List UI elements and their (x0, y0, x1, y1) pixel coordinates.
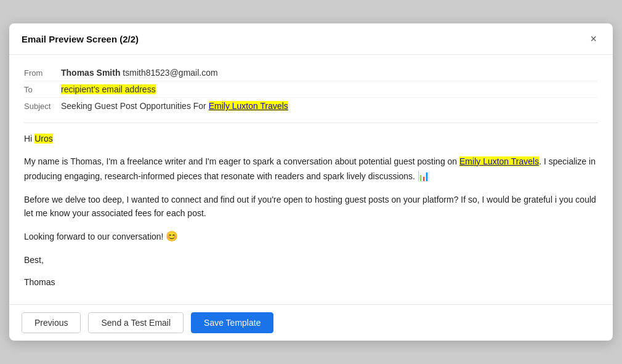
from-value: Thomas Smith tsmith81523@gmail.com (61, 68, 598, 78)
to-row: To recipient's email address (24, 81, 598, 98)
body-paragraph-3: Looking forward to our conversation! 😊 (24, 229, 598, 245)
body-p3-text: Looking forward to our conversation! (24, 232, 163, 241)
divider (24, 123, 598, 123)
from-label: From (24, 68, 61, 78)
send-test-email-button[interactable]: Send a Test Email (88, 312, 184, 333)
subject-prefix: Seeking Guest Post Opportunities For (61, 101, 209, 111)
to-label: To (24, 85, 61, 94)
subject-label: Subject (24, 102, 61, 111)
modal-body: From Thomas Smith tsmith81523@gmail.com … (9, 55, 613, 304)
sign-off: Best, (24, 253, 598, 267)
body-p1-prefix: My name is Thomas, I'm a freelance write… (24, 156, 459, 166)
to-highlighted: recipient's email address (61, 84, 156, 94)
previous-button[interactable]: Previous (22, 312, 81, 333)
signature-block: Best, Thomas (24, 253, 598, 289)
salutation-name: Uros (34, 134, 53, 144)
save-template-button[interactable]: Save Template (191, 312, 273, 333)
from-name: Thomas Smith (61, 68, 120, 78)
from-row: From Thomas Smith tsmith81523@gmail.com (24, 65, 598, 81)
close-button[interactable]: × (586, 32, 600, 46)
salutation-line: Hi Uros (24, 132, 598, 145)
signature-name: Thomas (24, 275, 598, 289)
to-value: recipient's email address (61, 84, 598, 94)
modal-dialog: Email Preview Screen (2/2) × From Thomas… (9, 23, 613, 341)
body-p1-emoji: 📊 (418, 171, 430, 181)
body-paragraph-1: My name is Thomas, I'm a freelance write… (24, 155, 598, 184)
from-email-text: tsmith81523@gmail.com (123, 68, 217, 78)
modal-overlay: Email Preview Screen (2/2) × From Thomas… (0, 0, 622, 364)
subject-row: Subject Seeking Guest Post Opportunities… (24, 98, 598, 114)
modal-title: Email Preview Screen (2/2) (22, 34, 139, 44)
subject-highlighted: Emily Luxton Travels (209, 101, 288, 111)
modal-header: Email Preview Screen (2/2) × (9, 23, 613, 55)
salutation-text: Hi (24, 134, 34, 144)
modal-footer: Previous Send a Test Email Save Template (9, 304, 613, 341)
email-meta: From Thomas Smith tsmith81523@gmail.com … (24, 65, 598, 114)
body-p1-highlighted: Emily Luxton Travels (459, 156, 539, 166)
body-paragraph-2: Before we delve too deep, I wanted to co… (24, 193, 598, 220)
subject-value: Seeking Guest Post Opportunities For Emi… (61, 101, 598, 111)
email-body: Hi Uros My name is Thomas, I'm a freelan… (24, 132, 598, 289)
body-p3-emoji: 😊 (166, 231, 178, 241)
